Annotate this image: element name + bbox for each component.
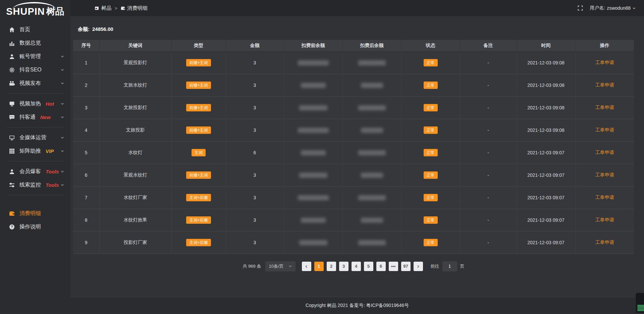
cell-action: 工单申请	[575, 186, 634, 209]
page-button-6[interactable]: 6	[376, 262, 386, 271]
sidebar: SHUPIN 树品 首页数据总览账号管理抖音SEO视频发布视频加热Hot抖客通N…	[0, 0, 70, 314]
cell-type: 前缀+主词	[171, 164, 226, 186]
cell-amount: 3	[226, 119, 284, 141]
work-order-link[interactable]: 工单申请	[595, 105, 614, 110]
app-icon	[95, 6, 99, 10]
logo: SHUPIN 树品	[0, 0, 70, 19]
page-button-3[interactable]: 3	[339, 262, 348, 271]
sidebar-item-label: 视频发布	[19, 80, 41, 87]
status-badge: 正常	[424, 59, 438, 66]
sidebar-item-data-overview[interactable]: 数据总览	[0, 36, 70, 50]
cell-remark: -	[460, 231, 517, 254]
sidebar-item-video-heating[interactable]: 视频加热Hot	[0, 97, 70, 110]
cell-amount: 3	[226, 186, 284, 209]
page-button-5[interactable]: 5	[364, 262, 373, 271]
sidebar-item-tag: Tools	[46, 182, 59, 188]
cell-balance-before	[284, 186, 342, 209]
pagination-more-button[interactable]: •••	[389, 262, 398, 271]
balance-value: 24856.00	[92, 26, 113, 33]
cell-type: 前缀+主词	[171, 51, 226, 74]
cell-amount: 6	[226, 141, 284, 164]
main-content: 余额: 24856.00 序号关键词类型金额扣费前余额扣费后余额状态备注时间操作…	[70, 16, 644, 314]
column-header: 备注	[460, 40, 517, 51]
cell-time: 2021-12-03 09:08	[517, 119, 575, 141]
cell-remark: -	[460, 74, 517, 96]
page-button-1[interactable]: 1	[314, 262, 324, 271]
barchart-icon	[9, 40, 15, 46]
user-menu[interactable]: 用户名: zswodun88	[590, 5, 636, 11]
cell-action: 工单申请	[575, 209, 634, 231]
next-page-button[interactable]	[414, 262, 423, 271]
cell-action: 工单申请	[575, 74, 634, 96]
cell-balance-before	[284, 96, 342, 119]
status-badge: 正常	[424, 194, 438, 201]
table-header-row: 序号关键词类型金额扣费前余额扣费后余额状态备注时间操作	[73, 40, 634, 51]
work-order-link[interactable]: 工单申请	[595, 195, 614, 200]
breadcrumb-label: 消费明细	[127, 5, 148, 11]
chevron-down-icon	[60, 54, 64, 58]
page-size-select[interactable]: 10条/页	[265, 261, 295, 271]
pagination: 共 969 条 10条/页 123456•••97 前往 页	[73, 261, 634, 271]
sidebar-item-clue-monitor[interactable]: 线索监控Tools	[0, 178, 70, 192]
sidebar-item-member-burst[interactable]: 会员爆客Tools	[0, 165, 70, 178]
prev-page-button[interactable]	[302, 262, 311, 271]
cell-status: 正常	[401, 51, 460, 74]
goto-page-input[interactable]	[442, 261, 457, 271]
table-row: 9投影灯厂家主词+后缀3正常-2021-12-03 09:07工单申请	[73, 231, 634, 254]
chevron-right-icon	[416, 265, 420, 268]
sidebar-item-douyin-seo[interactable]: 抖音SEO	[0, 63, 70, 76]
sidebar-item-operation-guide[interactable]: ?操作说明	[0, 220, 70, 233]
cell-balance-before	[284, 231, 342, 254]
table-row: 4文旅投影前缀+主词3正常-2021-12-03 09:08工单申请	[73, 119, 634, 141]
sidebar-divider	[7, 161, 64, 161]
sidebar-item-media-operation[interactable]: 全媒体运营	[0, 131, 70, 144]
work-order-link[interactable]: 工单申请	[595, 127, 614, 133]
sidebar-item-video-publish[interactable]: 视频发布	[0, 76, 70, 90]
type-badge: 主词	[192, 149, 206, 156]
chevron-down-icon	[60, 183, 64, 187]
page-button-2[interactable]: 2	[327, 262, 336, 271]
home-icon	[9, 27, 15, 33]
sidebar-item-consumption-detail[interactable]: 消费明细	[0, 207, 70, 220]
cell-index: 7	[73, 186, 99, 209]
type-badge: 前缀+主词	[186, 82, 211, 89]
work-order-link[interactable]: 工单申请	[595, 172, 614, 177]
cell-time: 2021-12-03 09:08	[517, 96, 575, 119]
work-order-link[interactable]: 工单申请	[595, 217, 614, 222]
sidebar-item-account-management[interactable]: 账号管理	[0, 50, 70, 63]
page-button-4[interactable]: 4	[352, 262, 361, 271]
masked-value	[301, 150, 326, 155]
cell-balance-after	[342, 186, 401, 209]
work-order-link[interactable]: 工单申请	[595, 240, 614, 245]
masked-value	[361, 83, 383, 88]
cell-action: 工单申请	[575, 164, 634, 186]
cell-type: 前缀+主词	[171, 119, 226, 141]
cell-remark: -	[460, 141, 517, 164]
column-header: 扣费前余额	[284, 40, 342, 51]
sidebar-item-label: 抖客通	[19, 114, 36, 121]
sidebar-item-douketong[interactable]: 抖客通New	[0, 110, 70, 124]
masked-value	[361, 218, 383, 223]
status-badge: 正常	[424, 216, 438, 224]
cell-action: 工单申请	[575, 119, 634, 141]
sidebar-item-matrix-boost[interactable]: 矩阵助推VIP	[0, 144, 70, 158]
browser-extension-widget[interactable]	[635, 293, 644, 313]
sidebar-item-home[interactable]: 首页	[0, 23, 70, 36]
page-button-97[interactable]: 97	[401, 262, 411, 271]
sidebar-item-label: 账号管理	[19, 53, 41, 60]
logo-arc	[13, 2, 56, 9]
breadcrumb-item-current[interactable]: 消费明细	[121, 5, 148, 11]
cell-action: 工单申请	[575, 51, 634, 74]
sliders-icon	[9, 182, 15, 188]
work-order-link[interactable]: 工单申请	[595, 150, 614, 155]
topbar-right: 用户名: zswodun88	[578, 5, 636, 11]
type-badge: 主词+后缀	[186, 239, 211, 246]
cell-keyword: 景观投影灯	[99, 51, 171, 74]
status-badge: 正常	[424, 126, 438, 134]
masked-value	[298, 128, 329, 133]
fullscreen-icon[interactable]	[578, 5, 583, 11]
work-order-link[interactable]: 工单申请	[595, 82, 614, 88]
work-order-link[interactable]: 工单申请	[595, 60, 614, 65]
page-size-value: 10条/页	[269, 263, 283, 269]
breadcrumb-item-app[interactable]: 树品	[95, 5, 111, 11]
